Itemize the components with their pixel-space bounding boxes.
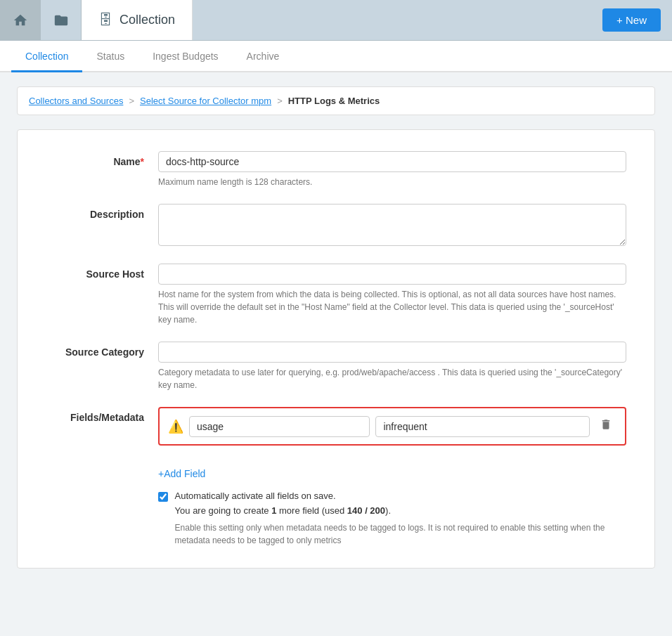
top-bar: 🗄 Collection + New (0, 0, 672, 41)
field-count-bold: 1 (271, 505, 276, 516)
tab-archive[interactable]: Archive (233, 41, 294, 72)
tab-status[interactable]: Status (82, 41, 138, 72)
database-icon: 🗄 (98, 12, 112, 28)
breadcrumb-sep-2: > (277, 96, 283, 106)
name-input[interactable] (158, 151, 626, 172)
source-host-row: Source Host Host name for the system fro… (39, 264, 626, 326)
breadcrumb-link-collectors[interactable]: Collectors and Sources (29, 96, 123, 106)
home-icon-button[interactable] (0, 0, 41, 40)
fields-metadata-row: Fields/Metadata ⚠️ (39, 407, 626, 446)
auto-activate-hint: Enable this setting only when metadata n… (175, 521, 626, 547)
fields-metadata-control-wrap: ⚠️ (158, 407, 626, 446)
source-category-input[interactable] (158, 342, 626, 363)
source-host-hint: Host name for the system from which the … (158, 288, 626, 326)
auto-activate-text: Automatically activate all fields on sav… (175, 489, 626, 519)
source-category-row: Source Category Category metadata to use… (39, 342, 626, 391)
source-category-control-wrap: Category metadata to use later for query… (158, 342, 626, 391)
tab-ingest-budgets[interactable]: Ingest Budgets (138, 41, 232, 72)
fields-metadata-box: ⚠️ (158, 407, 626, 446)
breadcrumb-current: HTTP Logs & Metrics (288, 96, 380, 106)
description-control-wrap (158, 204, 626, 248)
tab-collection[interactable]: Collection (11, 41, 82, 72)
name-control-wrap: Maximum name length is 128 characters. (158, 151, 626, 188)
page-content: Collectors and Sources > Select Source f… (0, 72, 672, 583)
form-card: Name* Maximum name length is 128 charact… (17, 129, 655, 569)
description-row: Description (39, 204, 626, 248)
description-input[interactable] (158, 204, 626, 246)
name-required: * (141, 156, 144, 167)
add-field-link[interactable]: +Add Field (158, 468, 205, 479)
field-value-input[interactable] (375, 416, 590, 437)
name-row: Name* Maximum name length is 128 charact… (39, 151, 626, 188)
folder-icon-button[interactable] (41, 0, 82, 40)
field-usage-bold: 140 / 200 (347, 505, 385, 516)
field-key-input[interactable] (189, 416, 370, 437)
top-bar-title: Collection (119, 13, 175, 27)
auto-activate-checkbox[interactable] (158, 491, 168, 503)
source-host-input[interactable] (158, 264, 626, 285)
source-category-hint: Category metadata to use later for query… (158, 366, 626, 391)
tab-bar: Collection Status Ingest Budgets Archive (0, 41, 672, 72)
fields-metadata-label: Fields/Metadata (39, 407, 158, 423)
name-label: Name* (39, 151, 158, 167)
new-button[interactable]: + New (602, 8, 661, 32)
source-category-label: Source Category (39, 342, 158, 358)
source-host-control-wrap: Host name for the system from which the … (158, 264, 626, 326)
auto-activate-text-wrap: Automatically activate all fields on sav… (175, 489, 626, 547)
breadcrumb-link-select-source[interactable]: Select Source for Collector mpm (140, 96, 271, 106)
source-host-label: Source Host (39, 264, 158, 280)
auto-activate-row: Automatically activate all fields on sav… (158, 489, 626, 547)
name-hint: Maximum name length is 128 characters. (158, 176, 626, 188)
warning-icon: ⚠️ (168, 419, 183, 434)
delete-field-button[interactable] (595, 415, 616, 437)
description-label: Description (39, 204, 158, 220)
collection-tab[interactable]: 🗄 Collection (82, 0, 193, 40)
breadcrumb-sep-1: > (129, 96, 134, 106)
breadcrumb: Collectors and Sources > Select Source f… (17, 86, 655, 115)
